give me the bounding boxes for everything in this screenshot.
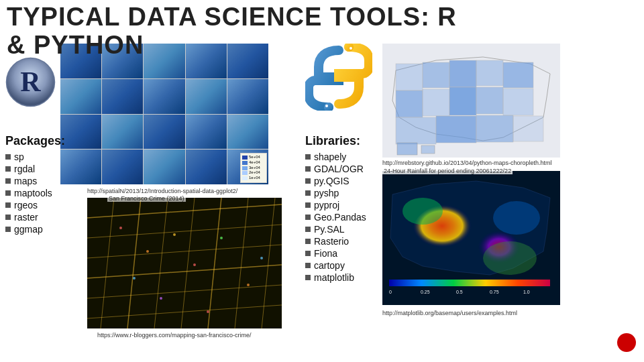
svg-point-29 bbox=[350, 47, 352, 50]
svg-point-51 bbox=[493, 201, 540, 235]
bullet-icon bbox=[305, 190, 311, 196]
svg-point-23 bbox=[160, 297, 162, 300]
bullet-icon bbox=[5, 190, 11, 196]
sf-crime-map bbox=[87, 198, 282, 328]
packages-section: Packages: sprgdalmapsmaptoolsrgeosraster… bbox=[5, 134, 65, 235]
package-item: rgdal bbox=[5, 163, 65, 175]
svg-point-21 bbox=[220, 237, 223, 239]
svg-text:0: 0 bbox=[389, 290, 392, 294]
library-item: Py.SAL bbox=[305, 223, 366, 235]
bullet-icon bbox=[5, 227, 11, 232]
svg-point-50 bbox=[402, 198, 443, 225]
svg-point-16 bbox=[119, 227, 122, 229]
svg-point-25 bbox=[260, 257, 263, 259]
r-map-url: http://spatialN/2013/12/Introduction-spa… bbox=[87, 188, 237, 194]
svg-rect-43 bbox=[476, 115, 513, 142]
library-item: cartopy bbox=[305, 259, 366, 272]
bullet-icon bbox=[5, 202, 11, 208]
rainfall-map-url: http://matplotlib.org/basemap/users/exam… bbox=[382, 310, 517, 316]
sf-map-url: https://www.r-bloggers.com/mapping-san-f… bbox=[97, 332, 252, 339]
us-choropleth-map bbox=[382, 44, 560, 158]
us-map-url: http://mrebstory.github.io/2013/04/pytho… bbox=[382, 160, 551, 166]
svg-point-19 bbox=[133, 277, 136, 280]
svg-rect-35 bbox=[503, 62, 533, 88]
bullet-icon bbox=[5, 178, 11, 184]
svg-rect-37 bbox=[423, 89, 449, 116]
libraries-section: Libraries: shapelyGDAL/OGRpy.QGISpyshppy… bbox=[305, 134, 366, 284]
red-seal-icon bbox=[617, 333, 636, 352]
library-item: Geo.Pandas bbox=[305, 211, 366, 223]
bullet-icon bbox=[305, 154, 311, 160]
python-logo bbox=[305, 44, 372, 111]
rainfall-map-title: 24-Hour Rainfall for period ending 20061… bbox=[382, 168, 513, 174]
bullet-icon bbox=[5, 154, 11, 160]
package-item: raster bbox=[5, 211, 65, 223]
svg-text:1.0: 1.0 bbox=[523, 290, 530, 294]
bullet-icon bbox=[305, 215, 311, 220]
title-line2: & PYTHON bbox=[7, 32, 457, 60]
svg-rect-39 bbox=[476, 87, 503, 114]
bullet-icon bbox=[305, 178, 311, 184]
title-line1: TYPICAL DATA SCIENCE TOOLS: R bbox=[7, 3, 457, 32]
packages-label: Packages: bbox=[5, 134, 65, 148]
package-item: maps bbox=[5, 175, 65, 187]
package-item: maptools bbox=[5, 187, 65, 199]
bullet-icon bbox=[305, 239, 311, 244]
bullet-icon bbox=[305, 202, 311, 208]
svg-rect-33 bbox=[449, 60, 476, 87]
svg-point-24 bbox=[207, 310, 209, 313]
r-map-grid-visualization: 5e+04 4e+04 3e+04 2e+04 1e+04 bbox=[60, 44, 268, 184]
packages-list: sprgdalmapsmaptoolsrgeosrasterggmap bbox=[5, 151, 65, 235]
svg-point-20 bbox=[193, 263, 196, 266]
svg-rect-32 bbox=[423, 62, 449, 88]
bullet-icon bbox=[305, 263, 311, 268]
svg-rect-34 bbox=[476, 60, 503, 86]
library-item: shapely bbox=[305, 151, 366, 163]
bullet-icon bbox=[305, 166, 311, 172]
svg-point-52 bbox=[483, 241, 537, 275]
svg-rect-40 bbox=[503, 88, 533, 115]
svg-rect-36 bbox=[396, 90, 423, 117]
page-title: TYPICAL DATA SCIENCE TOOLS: R & PYTHON bbox=[7, 3, 457, 60]
libraries-label: Libraries: bbox=[305, 134, 366, 148]
libraries-list: shapelyGDAL/OGRpy.QGISpyshppyprojGeo.Pan… bbox=[305, 151, 366, 284]
svg-point-17 bbox=[146, 250, 149, 253]
library-item: Rasterio bbox=[305, 235, 366, 247]
svg-rect-46 bbox=[421, 145, 435, 154]
library-item: matplotlib bbox=[305, 272, 366, 284]
bullet-icon bbox=[305, 227, 311, 232]
svg-rect-41 bbox=[396, 117, 436, 144]
library-item: GDAL/OGR bbox=[305, 163, 366, 175]
package-item: sp bbox=[5, 151, 65, 163]
svg-rect-38 bbox=[449, 87, 476, 115]
svg-text:0.5: 0.5 bbox=[456, 290, 463, 294]
bullet-icon bbox=[305, 275, 311, 280]
svg-text:R: R bbox=[20, 66, 41, 97]
library-item: py.QGIS bbox=[305, 175, 366, 187]
package-item: ggmap bbox=[5, 223, 65, 235]
package-item: rgeos bbox=[5, 199, 65, 211]
svg-point-18 bbox=[173, 233, 176, 236]
sf-map-title: San Francisco Crime (2014) bbox=[107, 195, 186, 202]
bullet-icon bbox=[5, 166, 11, 172]
library-item: pyshp bbox=[305, 187, 366, 199]
svg-point-22 bbox=[247, 284, 250, 286]
svg-text:0.25: 0.25 bbox=[421, 290, 430, 294]
svg-rect-2 bbox=[87, 198, 282, 328]
library-item: Fiona bbox=[305, 247, 366, 259]
bullet-icon bbox=[5, 215, 11, 220]
r-logo: R bbox=[5, 57, 56, 107]
svg-rect-42 bbox=[436, 116, 476, 143]
bullet-icon bbox=[305, 251, 311, 256]
svg-rect-31 bbox=[396, 64, 423, 90]
svg-text:0.75: 0.75 bbox=[490, 290, 499, 294]
svg-rect-44 bbox=[513, 116, 543, 141]
library-item: pyproj bbox=[305, 199, 366, 211]
svg-rect-45 bbox=[397, 143, 417, 155]
rainfall-map: 0 0.25 0.5 0.75 1.0 bbox=[382, 171, 560, 305]
svg-rect-54 bbox=[389, 280, 550, 286]
svg-point-28 bbox=[325, 105, 328, 107]
